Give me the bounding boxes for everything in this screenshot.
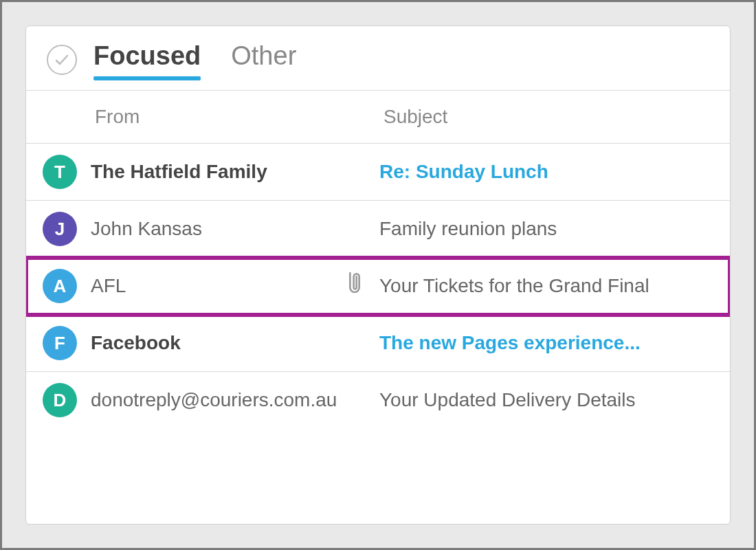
avatar: T [43, 155, 77, 189]
avatar: J [43, 212, 77, 246]
from-cell: donotreply@couriers.com.au [91, 389, 379, 411]
column-header-from[interactable]: From [95, 106, 383, 128]
message-row[interactable]: JJohn KansasFamily reunion plans [26, 201, 730, 258]
from-cell: The Hatfield Family [91, 161, 379, 183]
from-text: The Hatfield Family [91, 161, 267, 183]
from-cell: John Kansas [91, 218, 379, 240]
subject-text: Your Updated Delivery Details [379, 389, 713, 411]
avatar: D [43, 383, 77, 417]
from-text: John Kansas [91, 218, 202, 240]
message-row[interactable]: FFacebookThe new Pages experience... [26, 315, 730, 372]
subject-text: Re: Sunday Lunch [379, 161, 713, 183]
from-cell: Facebook [91, 332, 379, 354]
avatar: A [43, 269, 77, 303]
from-text: AFL [91, 275, 126, 297]
tabs: Focused Other [93, 41, 296, 78]
check-icon [54, 52, 70, 68]
from-cell: AFL [91, 270, 379, 302]
from-text: Facebook [91, 332, 181, 354]
column-headers: From Subject [26, 91, 730, 144]
paperclip-icon [344, 270, 366, 302]
column-spacer [47, 106, 95, 128]
from-text: donotreply@couriers.com.au [91, 389, 337, 411]
inbox-panel: Focused Other From Subject TThe Hatfield… [25, 25, 731, 525]
avatar: F [43, 326, 77, 360]
column-header-subject[interactable]: Subject [383, 106, 709, 128]
message-row[interactable]: TThe Hatfield FamilyRe: Sunday Lunch [26, 144, 730, 201]
tab-other[interactable]: Other [231, 41, 296, 78]
subject-text: Your Tickets for the Grand Final [379, 275, 713, 297]
message-list: TThe Hatfield FamilyRe: Sunday LunchJJoh… [26, 144, 730, 524]
subject-text: The new Pages experience... [379, 332, 713, 354]
tab-bar: Focused Other [26, 26, 730, 91]
message-row[interactable]: Ddonotreply@couriers.com.auYour Updated … [26, 372, 730, 428]
subject-text: Family reunion plans [379, 218, 713, 240]
message-row[interactable]: AAFLYour Tickets for the Grand Final [26, 258, 730, 315]
tab-focused[interactable]: Focused [93, 41, 201, 78]
select-all-toggle[interactable] [47, 45, 77, 75]
